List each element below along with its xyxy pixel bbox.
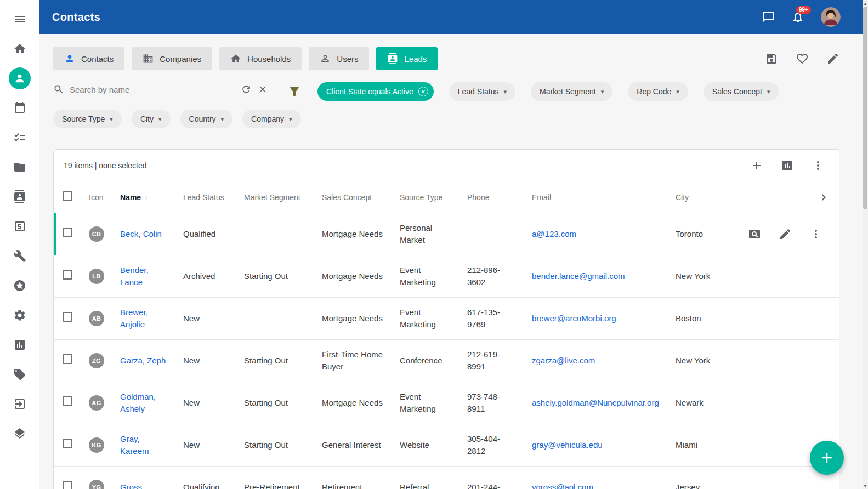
kebab-icon[interactable] — [809, 228, 822, 241]
row-checkbox[interactable] — [63, 396, 72, 406]
tab-households[interactable]: Households — [219, 47, 302, 70]
scrollbar-thumb[interactable] — [863, 7, 867, 209]
preview-icon[interactable] — [748, 228, 761, 241]
edit-view-button[interactable] — [826, 52, 839, 65]
select-all-checkbox[interactable] — [63, 191, 72, 201]
sidebar-item-reports[interactable] — [4, 330, 35, 360]
lead-status-cell: New — [183, 439, 244, 452]
email-link[interactable]: gray@vehicula.edu — [532, 440, 603, 450]
email-link[interactable]: brewer@arcuMorbi.org — [532, 314, 616, 323]
tab-leads[interactable]: Leads — [376, 47, 438, 70]
gear-icon — [13, 309, 26, 322]
notifications-button[interactable]: 99+ — [791, 10, 804, 24]
contact-name-link[interactable]: Bender, Lance — [120, 265, 149, 287]
contact-name-link[interactable]: Brewer, Anjolie — [120, 308, 148, 329]
column-header-name[interactable]: Name↑ — [120, 193, 183, 202]
table-row[interactable]: AG Goldman, Ashely New Starting Out Mort… — [54, 382, 839, 424]
lead-status-filter[interactable]: Lead Status▾ — [449, 82, 515, 101]
filter-button[interactable] — [288, 85, 301, 98]
sidebar-item-tasks[interactable] — [4, 123, 35, 152]
sidebar-item-contacts[interactable] — [4, 64, 35, 93]
contact-name-link[interactable]: Garza, Zeph — [120, 356, 166, 365]
column-header-phone[interactable]: Phone — [467, 193, 532, 202]
chip-label: Client State equals Active — [326, 87, 413, 96]
more-options-button[interactable] — [812, 159, 825, 172]
column-header-sales-concept[interactable]: Sales Concept — [322, 193, 400, 202]
contact-avatar: YG — [89, 480, 104, 489]
table-row[interactable]: AB Brewer, Anjolie New Mortgage Needs Ev… — [54, 298, 839, 340]
contact-name-link[interactable]: Beck, Colin — [120, 229, 162, 238]
email-link[interactable]: bender.lance@gmail.com — [532, 271, 625, 281]
email-link[interactable]: ygross@aol.com — [532, 482, 593, 489]
clear-search-icon[interactable] — [257, 84, 268, 95]
vertical-scrollbar[interactable]: ▲ ▼ — [863, 0, 868, 489]
sidebar-item-contact-cards[interactable] — [4, 182, 35, 212]
phone-cell: 305-404-2812 — [467, 433, 532, 458]
contact-name-link[interactable]: Gross, — [120, 482, 144, 489]
tab-users[interactable]: Users — [309, 47, 369, 70]
chevron-right-icon[interactable] — [817, 191, 830, 204]
table-row[interactable]: CB Beck, Colin Qualified Mortgage Needs … — [54, 213, 839, 255]
column-header-market-segment[interactable]: Market Segment — [244, 193, 322, 202]
tag-icon — [13, 368, 26, 381]
table-row[interactable]: LB Bender, Lance Archived Starting Out M… — [54, 255, 839, 298]
city-filter[interactable]: City▾ — [132, 110, 171, 128]
email-link[interactable]: zgarza@live.com — [532, 356, 595, 365]
sales-concept-cell: General Interest — [322, 439, 400, 452]
sales-concept-cell: Retirement — [322, 481, 400, 489]
row-checkbox[interactable] — [63, 439, 72, 448]
table-row[interactable]: KG Gray, Kareem New Starting Out General… — [54, 424, 839, 467]
rep-code-filter[interactable]: Rep Code▾ — [628, 82, 688, 101]
chart-view-button[interactable] — [781, 159, 794, 172]
contact-name-link[interactable]: Goldman, Ashely — [120, 392, 156, 414]
sidebar-item-signout[interactable] — [4, 389, 35, 419]
active-filter-chip[interactable]: Client State equals Active✕ — [317, 82, 434, 101]
row-checkbox[interactable] — [63, 481, 72, 489]
row-select-cell — [63, 312, 87, 326]
sidebar-item-calendar[interactable] — [4, 93, 35, 123]
tab-companies[interactable]: Companies — [132, 47, 212, 70]
source-type-filter[interactable]: Source Type▾ — [53, 110, 122, 128]
tab-contacts[interactable]: Contacts — [53, 47, 124, 70]
scroll-down-arrow[interactable]: ▼ — [863, 482, 868, 489]
column-header-city[interactable]: City — [676, 193, 747, 202]
email-link[interactable]: ashely.goldman@Nuncpulvinar.org — [532, 398, 659, 407]
row-checkbox[interactable] — [63, 312, 72, 322]
column-header-source-type[interactable]: Source Type — [400, 193, 467, 202]
sidebar-item-layers[interactable] — [4, 419, 35, 448]
remove-filter-icon[interactable]: ✕ — [418, 87, 428, 96]
menu-button[interactable] — [4, 4, 35, 34]
sidebar-item-favorites[interactable] — [4, 271, 35, 300]
refresh-icon[interactable] — [241, 84, 252, 95]
company-filter[interactable]: Company▾ — [242, 110, 300, 128]
save-view-button[interactable] — [765, 52, 778, 65]
country-filter[interactable]: Country▾ — [180, 110, 233, 128]
sidebar-item-tools[interactable] — [4, 241, 35, 271]
market-segment-filter[interactable]: Market Segment▾ — [531, 82, 612, 101]
search-input[interactable] — [70, 85, 235, 94]
column-header-email[interactable]: Email — [532, 193, 676, 202]
contact-name-link[interactable]: Gray, Kareem — [120, 434, 149, 456]
scroll-up-arrow[interactable]: ▲ — [863, 0, 868, 7]
edit-icon[interactable] — [779, 228, 792, 241]
row-checkbox[interactable] — [63, 354, 72, 364]
row-checkbox[interactable] — [63, 270, 72, 280]
table-row[interactable]: YG Gross, Qualifying Pre-Retirement Reti… — [54, 467, 839, 489]
favorite-button[interactable] — [796, 52, 809, 65]
messages-button[interactable] — [762, 10, 775, 24]
sidebar-item-number5[interactable] — [4, 212, 35, 241]
sales-concept-filter[interactable]: Sales Concept▾ — [704, 82, 779, 101]
email-link[interactable]: a@123.com — [532, 229, 576, 238]
sidebar-item-home[interactable] — [4, 34, 35, 64]
tab-label: Companies — [160, 54, 201, 64]
add-record-button[interactable] — [750, 159, 763, 172]
add-contact-fab[interactable] — [810, 441, 844, 475]
app-root: Contacts 99+ Contacts Companies Househol… — [0, 0, 868, 489]
row-checkbox[interactable] — [63, 228, 72, 237]
sidebar-item-tags[interactable] — [4, 360, 35, 389]
user-avatar[interactable] — [821, 7, 841, 27]
table-row[interactable]: ZG Garza, Zeph New Starting Out First-Ti… — [54, 340, 839, 382]
sidebar-item-settings[interactable] — [4, 300, 35, 330]
sidebar-item-documents[interactable] — [4, 152, 35, 182]
column-header-lead-status[interactable]: Lead Status — [183, 193, 244, 202]
